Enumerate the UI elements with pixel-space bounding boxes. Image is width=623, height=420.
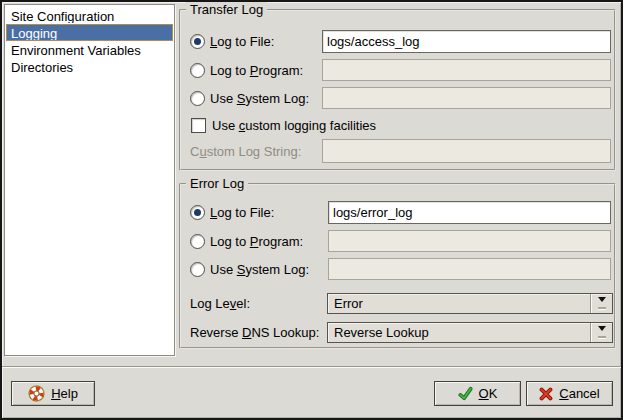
error-log-program-input	[328, 230, 611, 252]
transfer-log-to-file-radio[interactable]	[190, 34, 205, 49]
custom-log-string-input	[322, 139, 611, 163]
button-area-separator	[2, 366, 621, 368]
cancel-button[interactable]: Cancel	[526, 381, 613, 406]
help-button[interactable]: Help	[11, 381, 95, 406]
ok-button-label: OK	[479, 386, 498, 401]
error-log-to-file-row: Log to File:	[190, 201, 611, 224]
reverse-dns-dropdown[interactable]: Reverse Lookup	[327, 322, 613, 343]
reverse-dns-label: Reverse DNS Lookup:	[190, 325, 327, 340]
sidebar-item-site-configuration[interactable]: Site Configuration	[6, 7, 173, 24]
ok-check-icon	[458, 386, 473, 401]
chevron-down-icon	[598, 326, 606, 335]
custom-log-string-row: Custom Log String:	[190, 139, 611, 163]
chevron-down-icon	[598, 297, 606, 306]
transfer-use-system-log-row: Use System Log:	[190, 87, 611, 109]
reverse-dns-dropdown-button[interactable]	[590, 323, 612, 342]
error-log-to-program-row: Log to Program:	[190, 230, 611, 252]
error-log-frame: Error Log Log to File: Log to Program: U…	[179, 183, 616, 349]
help-button-label: Help	[51, 386, 78, 401]
error-log-to-file-label: Log to File:	[210, 205, 328, 220]
reverse-dns-value: Reverse Lookup	[328, 325, 590, 340]
error-log-to-program-label: Log to Program:	[210, 234, 328, 249]
menu-dash-icon	[598, 336, 606, 339]
transfer-use-system-log-radio[interactable]	[190, 91, 205, 106]
help-lifebuoy-icon	[28, 385, 45, 402]
transfer-system-log-input	[322, 87, 611, 109]
transfer-log-program-input	[322, 59, 611, 81]
log-level-label: Log Level:	[190, 296, 327, 311]
error-log-to-file-radio[interactable]	[190, 205, 205, 220]
error-log-frame-title: Error Log	[186, 176, 248, 192]
ok-button[interactable]: OK	[434, 381, 521, 406]
error-use-system-log-row: Use System Log:	[190, 258, 611, 280]
transfer-use-system-log-label: Use System Log:	[210, 91, 322, 106]
error-use-system-log-label: Use System Log:	[210, 262, 328, 277]
transfer-log-frame-title: Transfer Log	[186, 2, 267, 18]
error-use-system-log-radio[interactable]	[190, 262, 205, 277]
reverse-dns-row: Reverse DNS Lookup: Reverse Lookup	[190, 322, 613, 343]
transfer-log-to-file-row: Log to File:	[190, 30, 611, 53]
custom-facilities-checkbox[interactable]	[191, 118, 206, 133]
transfer-log-to-program-label: Log to Program:	[210, 63, 322, 78]
menu-dash-icon	[598, 307, 606, 310]
sidebar-item-logging[interactable]: Logging	[6, 24, 173, 41]
custom-log-string-label: Custom Log String:	[190, 144, 322, 159]
error-system-log-input	[328, 258, 611, 280]
log-level-row: Log Level: Error	[190, 293, 613, 314]
category-list: Site Configuration Logging Environment V…	[4, 4, 175, 356]
cancel-button-label: Cancel	[559, 386, 599, 401]
logging-dialog: Site Configuration Logging Environment V…	[0, 0, 623, 420]
sidebar-item-directories[interactable]: Directories	[6, 58, 173, 75]
transfer-log-to-program-row: Log to Program:	[190, 59, 611, 81]
transfer-log-file-input[interactable]	[322, 30, 611, 53]
log-level-dropdown-button[interactable]	[590, 294, 612, 313]
error-log-file-input[interactable]	[328, 201, 611, 224]
transfer-log-to-file-label: Log to File:	[210, 34, 322, 49]
sidebar-item-environment-variables[interactable]: Environment Variables	[6, 41, 173, 58]
log-level-value: Error	[328, 296, 590, 311]
custom-facilities-row: Use custom logging facilities	[191, 116, 611, 134]
error-log-to-program-radio[interactable]	[190, 234, 205, 249]
transfer-log-frame: Transfer Log Log to File: Log to Program…	[179, 9, 616, 171]
transfer-log-to-program-radio[interactable]	[190, 63, 205, 78]
custom-facilities-label: Use custom logging facilities	[212, 118, 376, 133]
log-level-dropdown[interactable]: Error	[327, 293, 613, 314]
cancel-x-icon	[539, 387, 553, 401]
